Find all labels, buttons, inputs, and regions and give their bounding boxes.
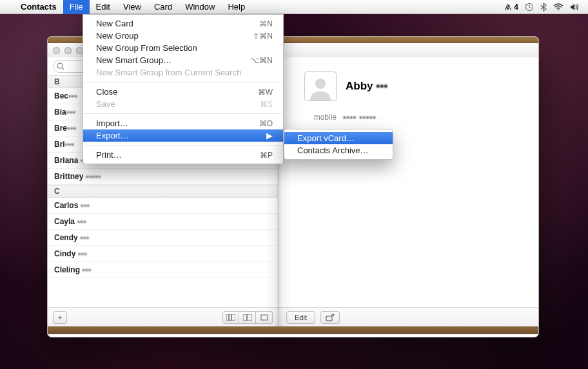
- file-menu: New Card⌘N New Group⇧⌘N New Group From S…: [83, 14, 284, 164]
- add-button[interactable]: +: [53, 311, 67, 324]
- svg-rect-4: [231, 314, 235, 321]
- apple-menu[interactable]: [0, 0, 14, 14]
- edit-button[interactable]: Edit: [286, 311, 315, 324]
- menubar-app-name[interactable]: Contacts: [14, 0, 63, 14]
- menubar: Contacts File Edit View Card Window Help…: [0, 0, 588, 14]
- menubar-item-window[interactable]: Window: [179, 0, 221, 14]
- svg-rect-7: [261, 315, 268, 320]
- contact-name: Abby ▪▪▪: [346, 80, 387, 93]
- avatar[interactable]: [304, 71, 337, 101]
- list-item[interactable]: Cayla ▪▪▪: [48, 214, 278, 230]
- view-mode-groups[interactable]: [222, 311, 239, 324]
- view-mode-list[interactable]: [239, 311, 256, 324]
- detail-footer: Edit: [279, 307, 538, 326]
- minimize-window-button[interactable]: [64, 47, 72, 54]
- submenu-arrow-icon: ▶: [247, 131, 273, 140]
- menubar-item-file[interactable]: File: [63, 0, 90, 14]
- menu-item-import[interactable]: Import…⌘O: [83, 117, 283, 129]
- menu-item-new-smart-group-from-search: New Smart Group from Current Search: [83, 66, 283, 79]
- menubar-item-view[interactable]: View: [117, 0, 148, 14]
- list-footer: +: [48, 307, 278, 326]
- export-submenu: Export vCard… Contacts Archive…: [284, 129, 393, 160]
- menu-item-close[interactable]: Close⌘W: [83, 86, 283, 98]
- field-label: mobile: [304, 113, 337, 122]
- field-value[interactable]: ▪▪▪▪ ▪▪▪▪▪: [343, 113, 377, 122]
- svg-rect-5: [243, 314, 247, 321]
- menu-separator: [84, 113, 282, 114]
- submenu-item-export-vcard[interactable]: Export vCard…: [284, 132, 393, 144]
- menu-item-print[interactable]: Print…⌘P: [83, 149, 283, 161]
- menu-item-export[interactable]: Export…▶: [83, 129, 283, 142]
- contact-detail-pane: Abby ▪▪▪ mobile ▪▪▪▪ ▪▪▪▪▪ Edit: [279, 57, 538, 326]
- time-machine-icon[interactable]: [525, 3, 534, 12]
- menu-item-new-smart-group[interactable]: New Smart Group…⌥⌘N: [83, 54, 283, 66]
- bluetooth-icon[interactable]: [540, 3, 547, 12]
- view-mode-card[interactable]: [256, 311, 273, 324]
- share-icon: [326, 314, 335, 321]
- list-item[interactable]: Cindy ▪▪▪: [48, 246, 278, 262]
- list-item[interactable]: Brittney ▪▪▪▪▪: [48, 169, 278, 185]
- svg-point-1: [558, 9, 559, 10]
- list-item[interactable]: Carlos ▪▪▪: [48, 198, 278, 214]
- submenu-item-contacts-archive[interactable]: Contacts Archive…: [284, 144, 393, 156]
- list-item[interactable]: Cendy ▪▪▪: [48, 230, 278, 246]
- menubar-item-edit[interactable]: Edit: [90, 0, 117, 14]
- adobe-status-icon[interactable]: 4: [504, 3, 518, 12]
- menubar-item-help[interactable]: Help: [221, 0, 251, 14]
- list-section-header: C: [48, 185, 278, 198]
- svg-rect-3: [229, 314, 231, 321]
- volume-icon[interactable]: [570, 3, 580, 11]
- menu-separator: [84, 145, 282, 146]
- adobe-status-count: 4: [514, 3, 518, 12]
- book-edge: [48, 326, 538, 334]
- menu-item-new-card[interactable]: New Card⌘N: [83, 17, 283, 30]
- contact-field-mobile: mobile ▪▪▪▪ ▪▪▪▪▪: [304, 113, 519, 122]
- share-button[interactable]: [320, 311, 340, 324]
- menubar-status-area: 4: [504, 3, 588, 12]
- svg-rect-2: [226, 314, 229, 321]
- close-window-button[interactable]: [53, 47, 60, 54]
- wifi-icon[interactable]: [553, 3, 564, 11]
- list-item[interactable]: Cleling ▪▪▪: [48, 262, 278, 278]
- menu-item-new-group-from-selection[interactable]: New Group From Selection: [83, 42, 283, 54]
- menubar-item-card[interactable]: Card: [148, 0, 179, 14]
- svg-rect-9: [326, 316, 332, 321]
- menu-item-save: Save⌘S: [83, 98, 283, 110]
- window-controls: [53, 47, 83, 54]
- menu-separator: [84, 82, 282, 82]
- view-mode-segment: [222, 311, 273, 324]
- svg-rect-6: [247, 314, 252, 321]
- menu-item-new-group[interactable]: New Group⇧⌘N: [83, 30, 283, 42]
- svg-point-8: [315, 79, 326, 89]
